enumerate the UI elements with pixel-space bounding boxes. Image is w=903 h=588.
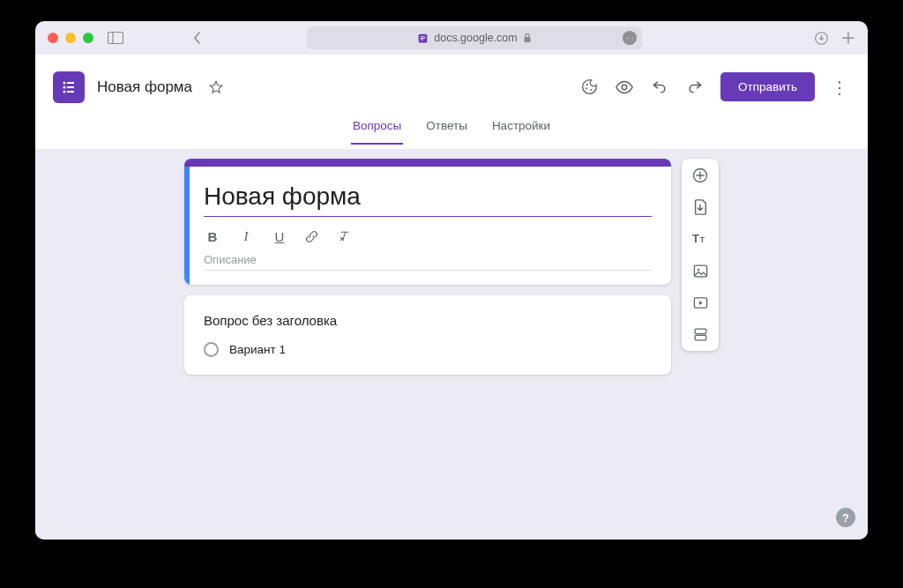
browser-actions: [814, 31, 855, 46]
bold-icon[interactable]: B: [204, 229, 221, 244]
svg-rect-25: [695, 335, 706, 340]
svg-point-22: [697, 268, 698, 270]
svg-rect-9: [67, 82, 74, 84]
document-title[interactable]: Новая форма: [97, 78, 192, 96]
add-image-icon[interactable]: [690, 261, 710, 280]
browser-titlebar: docs.google.com ⋯: [35, 21, 868, 55]
send-button[interactable]: Отправить: [720, 72, 815, 101]
add-section-icon[interactable]: [690, 324, 710, 344]
form-header-card[interactable]: Новая форма B I U Описание: [184, 159, 671, 285]
forms-logo-icon[interactable]: [53, 71, 85, 103]
address-bar[interactable]: docs.google.com ⋯: [307, 26, 642, 49]
radio-icon: [204, 342, 219, 357]
back-button[interactable]: [192, 31, 203, 45]
undo-icon[interactable]: [650, 78, 669, 97]
tabs-bar: Вопросы Ответы Настройки: [35, 119, 868, 150]
form-column: Новая форма B I U Описание Вопрос без за…: [184, 159, 671, 540]
tab-questions[interactable]: Вопросы: [351, 119, 403, 145]
import-questions-icon[interactable]: [690, 197, 710, 217]
svg-rect-3: [421, 36, 425, 37]
tab-answers[interactable]: Ответы: [424, 119, 469, 143]
svg-rect-13: [67, 91, 74, 93]
sidebar-toggle-icon[interactable]: [108, 32, 123, 44]
format-toolbar: B I U: [204, 222, 652, 253]
question-title[interactable]: Вопрос без заголовка: [204, 313, 652, 328]
question-card[interactable]: Вопрос без заголовка Вариант 1: [184, 295, 671, 375]
add-title-icon[interactable]: TT: [690, 229, 710, 249]
url-text: docs.google.com: [434, 32, 518, 44]
new-tab-icon[interactable]: [841, 31, 855, 45]
svg-point-14: [586, 84, 587, 86]
svg-rect-0: [108, 33, 123, 44]
help-icon[interactable]: ?: [836, 508, 855, 527]
option-label: Вариант 1: [229, 343, 286, 356]
svg-point-12: [63, 90, 66, 93]
site-icon: [417, 33, 429, 44]
svg-rect-4: [421, 37, 425, 38]
svg-rect-11: [67, 86, 74, 88]
window-controls: [48, 33, 93, 43]
svg-point-16: [590, 89, 592, 91]
reader-icon[interactable]: ⋯: [623, 31, 637, 45]
svg-rect-24: [695, 329, 706, 334]
downloads-icon[interactable]: [814, 31, 829, 46]
form-description-input[interactable]: Описание: [204, 253, 652, 271]
browser-window: docs.google.com ⋯ Новая форма Отправить …: [35, 21, 868, 540]
italic-icon[interactable]: I: [237, 229, 255, 244]
svg-text:T: T: [692, 232, 699, 245]
tab-settings[interactable]: Настройки: [490, 119, 552, 143]
clear-format-icon[interactable]: [338, 229, 355, 244]
header-actions: Отправить ⋯: [579, 72, 850, 101]
maximize-window-button[interactable]: [83, 33, 93, 43]
lock-icon: [523, 33, 532, 43]
svg-rect-6: [524, 37, 530, 42]
close-window-button[interactable]: [48, 33, 58, 43]
underline-icon[interactable]: U: [271, 229, 288, 244]
add-video-icon[interactable]: [690, 293, 710, 312]
svg-rect-21: [694, 265, 706, 277]
svg-point-10: [63, 86, 66, 88]
theme-icon[interactable]: [579, 78, 599, 97]
question-option[interactable]: Вариант 1: [204, 342, 652, 357]
link-icon[interactable]: [304, 229, 322, 244]
form-canvas: Новая форма B I U Описание Вопрос без за…: [35, 150, 868, 540]
form-title-input[interactable]: Новая форма: [204, 182, 652, 217]
redo-icon[interactable]: [685, 78, 705, 97]
svg-text:T: T: [699, 235, 705, 244]
preview-icon[interactable]: [615, 78, 634, 97]
svg-point-15: [585, 87, 586, 89]
svg-rect-5: [421, 39, 423, 40]
side-toolbar: TT: [682, 159, 719, 351]
svg-point-8: [63, 81, 66, 84]
add-question-icon[interactable]: [690, 166, 710, 185]
svg-point-17: [622, 85, 627, 90]
more-icon[interactable]: ⋯: [831, 78, 850, 97]
minimize-window-button[interactable]: [65, 33, 76, 43]
app-header: Новая форма Отправить ⋯: [35, 55, 868, 119]
star-icon[interactable]: [208, 79, 224, 95]
